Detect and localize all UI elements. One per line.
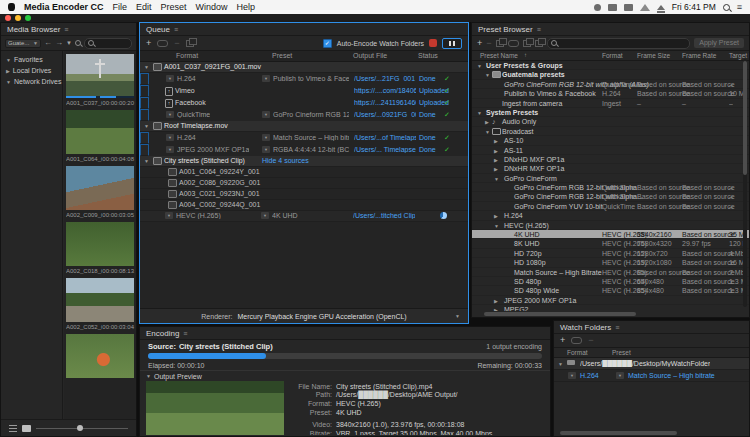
preset-row[interactable]: ▶ AS-11	[472, 146, 749, 155]
display-icon[interactable]	[624, 4, 633, 11]
preset-row[interactable]: GoPro CineForm YUV 10-bit QuickTime Base…	[472, 202, 749, 211]
clip-thumbnail[interactable]	[66, 278, 134, 322]
menu-help[interactable]: Help	[237, 2, 256, 12]
output-file-link[interactable]: /Users/...0921FG_001.mov	[354, 111, 416, 118]
preset-name[interactable]: GoPro CineForm YUV 10-bit	[514, 203, 603, 210]
add-preset-button[interactable]: +	[477, 39, 482, 48]
preset-name[interactable]: 4K UHD	[514, 231, 540, 238]
output-file-link[interactable]: https://...24119614602283	[354, 99, 416, 106]
column-target-rate[interactable]: Target Rate	[729, 52, 749, 59]
media-tree-item[interactable]: ▶ Local Drives	[1, 65, 62, 76]
clip-thumbnail[interactable]	[66, 110, 134, 154]
chevron-down-icon[interactable]: ▼	[455, 313, 460, 319]
location-dropdown[interactable]: Guate...▼	[5, 39, 41, 48]
slider-knob[interactable]	[77, 425, 83, 431]
clip-thumbnail[interactable]	[66, 166, 134, 210]
queue-row[interactable]: H.264 Publish to Vimeo & Face... /Users/…	[140, 73, 149, 85]
preset-cell[interactable]: RGBA 4:4:4:4 12-bit (BC...	[273, 146, 349, 153]
format-cell[interactable]: JPEG 2000 MXF OP1a	[177, 146, 249, 153]
preset-name[interactable]: DNxHR MXF OP1a	[504, 165, 564, 172]
preset-dropdown-icon[interactable]	[616, 372, 624, 379]
chevron-icon[interactable]: ▼	[144, 123, 149, 129]
thumbnail-view-icon[interactable]	[22, 425, 31, 432]
panel-menu-icon[interactable]: ≡	[183, 330, 187, 337]
preset-dropdown-icon[interactable]	[261, 212, 269, 219]
add-source-button[interactable]: +	[146, 39, 151, 48]
new-group-button[interactable]	[496, 40, 504, 47]
output-file-link[interactable]: https://....com/184066142	[354, 87, 416, 94]
spotlight-icon[interactable]	[723, 4, 730, 11]
clip-thumbnail[interactable]	[66, 222, 134, 266]
panel-menu-icon[interactable]: ≡	[64, 26, 68, 33]
watch-folder-format[interactable]: H.264	[580, 372, 599, 379]
format-cell[interactable]: QuickTime	[177, 111, 210, 118]
forward-icon[interactable]: →	[55, 39, 63, 47]
thumbnail-size-slider[interactable]	[36, 428, 128, 429]
chevron-icon[interactable]: ▼	[485, 72, 490, 78]
preset-row[interactable]: GoPro CineForm RGB 12-bit with alpha (Al…	[472, 80, 749, 89]
list-view-icon[interactable]	[9, 425, 17, 432]
preset-row[interactable]: ▼ HEVC (H.265)	[472, 221, 749, 230]
preset-row[interactable]: Ingest from camera Ingest – – –	[472, 99, 749, 108]
format-dropdown-icon[interactable]	[568, 372, 576, 379]
import-preset-button[interactable]	[523, 40, 531, 47]
pause-queue-button[interactable]	[442, 38, 462, 49]
apple-menu-icon[interactable]	[8, 3, 15, 11]
export-preset-button[interactable]	[535, 40, 543, 47]
preset-name[interactable]: User Presets & Groups	[486, 62, 563, 69]
preset-name[interactable]: JPEG 2000 MXF OP1a	[504, 297, 576, 304]
preset-name[interactable]: 8K UHD	[514, 240, 540, 247]
scrub-bar[interactable]	[66, 96, 134, 98]
tab-preset-browser[interactable]: Preset Browser	[478, 25, 533, 34]
chevron-icon[interactable]: ▼	[477, 63, 482, 69]
clip-thumbnail[interactable]	[66, 54, 134, 98]
preset-name[interactable]: HEVC (H.265)	[504, 222, 549, 229]
close-window-button[interactable]	[5, 15, 11, 21]
preset-row[interactable]: ▶ JPEG 2000 MXF OP1a	[472, 296, 749, 305]
preset-row[interactable]: ▶ Audio Only	[472, 117, 749, 126]
apply-preset-button[interactable]: Apply Preset	[694, 38, 744, 48]
preset-cell[interactable]: 4K UHD	[272, 212, 298, 219]
chevron-icon[interactable]: ▶	[494, 298, 498, 304]
preset-row[interactable]: ▶ DNxHR MXF OP1a	[472, 164, 749, 173]
preset-name[interactable]: HD 1080p	[514, 259, 546, 266]
preset-row[interactable]: Publish to Vimeo & Facebook H.264 Based …	[472, 89, 749, 98]
preset-dropdown-icon[interactable]	[262, 134, 270, 141]
duplicate-button[interactable]	[186, 40, 194, 47]
preset-name[interactable]: Audio Only	[502, 118, 536, 125]
preset-name[interactable]: Broadcast	[502, 128, 534, 135]
app-menu-title[interactable]: Media Encoder CC	[24, 2, 104, 12]
preset-name[interactable]: SD 480p	[514, 278, 541, 285]
preset-row[interactable]: ▼ System Presets	[472, 108, 749, 117]
output-file-link[interactable]: /Users/...of Timelapse.mp4	[354, 134, 416, 141]
chevron-icon[interactable]: ▼	[144, 64, 149, 70]
queue-row[interactable]: Vimeo https://....com/184066142 Uploaded…	[140, 85, 149, 97]
watch-folder-output-row[interactable]: H.264 Match Source – High bitrate	[554, 370, 749, 382]
preset-dropdown-icon[interactable]	[262, 146, 270, 153]
chat-icon[interactable]	[608, 4, 617, 11]
column-frame-size[interactable]: Frame Size	[637, 52, 670, 59]
media-search-input[interactable]	[84, 38, 132, 49]
preset-name[interactable]: Publish to Vimeo & Facebook	[504, 90, 596, 97]
hide-sources-link[interactable]: Hide 4 sources	[262, 157, 309, 164]
chevron-icon[interactable]: ▼	[144, 158, 149, 164]
preset-row[interactable]: Match Source – High Bitrate HEVC (H.265)…	[472, 268, 749, 277]
watch-folder-preset[interactable]: Match Source – High bitrate	[628, 372, 715, 379]
panel-menu-icon[interactable]: ≡	[537, 26, 541, 33]
preset-name[interactable]: Guatemala presets	[502, 71, 565, 78]
queue-row[interactable]: JPEG 2000 MXF OP1a RGBA 4:4:4:4 12-bit (…	[140, 144, 149, 156]
chevron-icon[interactable]: ▼	[485, 129, 490, 135]
column-preset-name[interactable]: Preset Name	[480, 52, 518, 59]
chevron-icon[interactable]: ▶	[494, 213, 498, 219]
queue-row[interactable]: ▼ City streets (Stitched Clip) Hide 4 so…	[140, 156, 468, 167]
vertical-scrollbar[interactable]	[743, 59, 747, 307]
format-dropdown-icon[interactable]	[166, 134, 174, 141]
scrollbar-thumb[interactable]	[743, 61, 747, 175]
queue-row[interactable]: ▼ Roof Timelapse.mov ✓	[140, 121, 468, 132]
panel-menu-icon[interactable]: ≡	[174, 26, 178, 33]
chevron-icon[interactable]: ▼	[494, 176, 499, 182]
chevron-down-icon[interactable]: ▼	[146, 373, 151, 379]
queue-row[interactable]: A003_C021_0923NJ_001 ✓	[140, 189, 468, 200]
add-watch-folder-button[interactable]: +	[560, 336, 565, 345]
add-output-button[interactable]	[157, 40, 168, 47]
